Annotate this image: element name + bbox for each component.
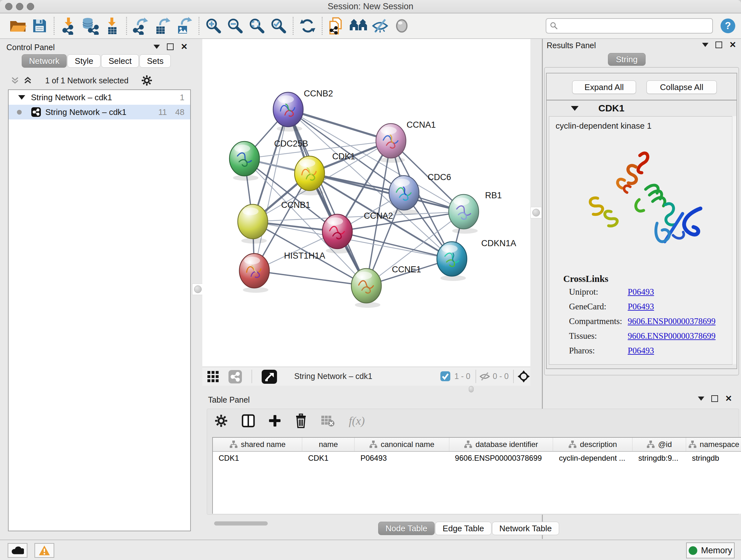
detach-view-icon[interactable] <box>262 370 277 384</box>
open-folder-icon <box>9 18 27 34</box>
network-row[interactable]: String Network – cdk1 11 48 <box>9 105 190 119</box>
search-input[interactable] <box>558 21 709 30</box>
save-session-button[interactable] <box>30 17 49 35</box>
panel-close-icon[interactable]: ✕ <box>729 42 736 48</box>
column-header-name[interactable]: name <box>302 438 354 451</box>
first-neighbors-button[interactable] <box>349 17 367 35</box>
column-header-database-identifier[interactable]: database identifier <box>449 438 553 451</box>
hide-selected-button[interactable] <box>371 17 389 35</box>
cell-shared-name: CDK1 <box>213 454 302 462</box>
collapse-all-networks-icon[interactable] <box>10 76 20 85</box>
export-network-button[interactable] <box>132 17 150 35</box>
zoom-selected-button[interactable] <box>270 17 287 35</box>
panel-menu-icon[interactable] <box>702 43 709 47</box>
panel-menu-icon[interactable] <box>698 396 704 401</box>
tab-edge-table[interactable]: Edge Table <box>435 522 491 535</box>
crosslink-value-uniprot[interactable]: P06493 <box>628 287 654 297</box>
node-label-CDK1: CDK1 <box>332 152 355 161</box>
right-splitter-handle[interactable] <box>530 207 542 219</box>
control-panel-tabs: Network Style Select Sets <box>22 54 172 68</box>
new-network-from-selection-button[interactable] <box>328 17 346 35</box>
table-horizontal-scrollbar[interactable] <box>214 521 268 525</box>
export-image-button[interactable] <box>176 17 193 35</box>
fit-selected-crosshair-icon[interactable] <box>518 370 530 382</box>
network-edge[interactable] <box>288 110 391 141</box>
zoom-out-button[interactable] <box>226 17 244 35</box>
node-label-CDKN1A: CDKN1A <box>481 239 516 248</box>
show-columns-icon[interactable] <box>242 414 255 428</box>
column-header-description[interactable]: description <box>553 438 632 451</box>
network-edge[interactable] <box>254 271 366 286</box>
import-table-button[interactable] <box>103 17 121 35</box>
column-header-namespace[interactable]: namespace <box>686 438 741 451</box>
node-count: 11 <box>158 107 167 117</box>
tab-select[interactable]: Select <box>101 54 139 68</box>
zoom-fit-button[interactable] <box>248 17 266 35</box>
shared-column-icon <box>229 440 238 449</box>
gene-section-header[interactable]: CDK1 <box>547 101 737 116</box>
warning-status-button[interactable] <box>35 543 54 558</box>
panel-close-icon[interactable]: ✕ <box>181 44 188 50</box>
selected-checkbox-icon[interactable] <box>441 371 450 381</box>
network-collection-label: String Network – cdk1 <box>31 92 180 103</box>
import-network-from-database-button[interactable] <box>81 17 99 35</box>
node-label-CCNE1: CCNE1 <box>392 265 421 274</box>
horizontal-splitter-handle[interactable] <box>469 386 474 392</box>
apply-layout-button[interactable] <box>299 17 317 35</box>
grid-view-icon[interactable] <box>207 371 219 382</box>
help-button[interactable]: ? <box>721 18 735 33</box>
tab-node-table[interactable]: Node Table <box>378 522 434 535</box>
export-table-button[interactable] <box>154 17 172 35</box>
import-database-icon <box>81 17 99 35</box>
export-table-icon <box>154 17 172 35</box>
network-collection-row[interactable]: String Network – cdk1 1 <box>9 90 190 105</box>
node-gloss <box>442 245 458 253</box>
import-network-from-file-button[interactable] <box>60 17 77 35</box>
crosslink-value-compartments[interactable]: 9606.ENSP00000378699 <box>628 316 716 326</box>
table-gear-icon[interactable] <box>214 414 228 428</box>
tab-network[interactable]: Network <box>22 54 67 68</box>
left-splitter-handle[interactable] <box>192 284 204 295</box>
tree-expand-icon[interactable] <box>18 95 25 100</box>
network-edge[interactable] <box>254 110 288 271</box>
panel-float-icon[interactable] <box>167 44 174 50</box>
panel-float-icon[interactable] <box>716 42 722 48</box>
selected-count: 1 - 0 <box>455 372 470 381</box>
tab-network-table[interactable]: Network Table <box>492 522 559 535</box>
panel-close-icon[interactable]: ✕ <box>725 396 732 401</box>
column-header-canonical-name[interactable]: canonical name <box>354 438 449 451</box>
crosslink-value-genecard[interactable]: P06493 <box>628 302 654 312</box>
show-all-button[interactable] <box>393 17 411 35</box>
table-row[interactable]: CDK1 CDK1 P06493 9606.ENSP00000378699 cy… <box>213 452 741 464</box>
node-label-CCNB2: CCNB2 <box>304 89 333 98</box>
search-icon <box>549 21 558 30</box>
memory-button[interactable]: Memory <box>686 543 735 558</box>
results-scrollbar[interactable] <box>732 116 736 364</box>
crosslink-value-pharos[interactable]: P06493 <box>628 346 654 356</box>
cloud-status-button[interactable] <box>8 543 27 558</box>
expand-all-button[interactable]: Expand All <box>572 80 636 94</box>
section-collapse-icon[interactable] <box>571 106 579 111</box>
network-selected-status: 1 of 1 Network selected <box>32 76 141 85</box>
network-canvas[interactable]: CCNB2CCNA1CDC25BCDK1CDC6RB1CCNB1CCNA2CDK… <box>202 39 530 367</box>
tab-style[interactable]: Style <box>67 54 100 68</box>
add-column-icon[interactable] <box>268 414 281 428</box>
panel-menu-icon[interactable] <box>153 45 160 49</box>
open-session-button[interactable] <box>9 17 27 35</box>
column-header-id[interactable]: @id <box>632 438 686 451</box>
warning-icon <box>38 545 51 556</box>
zoom-in-button[interactable] <box>205 17 222 35</box>
crosslink-value-tissues[interactable]: 9606.ENSP00000378699 <box>628 331 716 341</box>
collapse-all-button[interactable]: Collapse All <box>647 80 717 94</box>
tab-string[interactable]: String <box>608 53 646 66</box>
delete-column-icon[interactable] <box>294 414 307 428</box>
gene-section: CDK1 cyclin-dependent kinase 1 <box>546 100 737 369</box>
expand-all-networks-icon[interactable] <box>23 76 32 85</box>
application-window: Session: New Session ? Control Panel <box>0 0 741 560</box>
network-options-gear-icon[interactable] <box>141 75 152 86</box>
results-buttons-row: Expand All Collapse All <box>546 73 737 100</box>
tab-sets[interactable]: Sets <box>139 54 171 68</box>
column-header-shared-name[interactable]: shared name <box>213 438 302 451</box>
panel-float-icon[interactable] <box>711 395 718 402</box>
network-view-share-icon[interactable] <box>228 370 242 383</box>
